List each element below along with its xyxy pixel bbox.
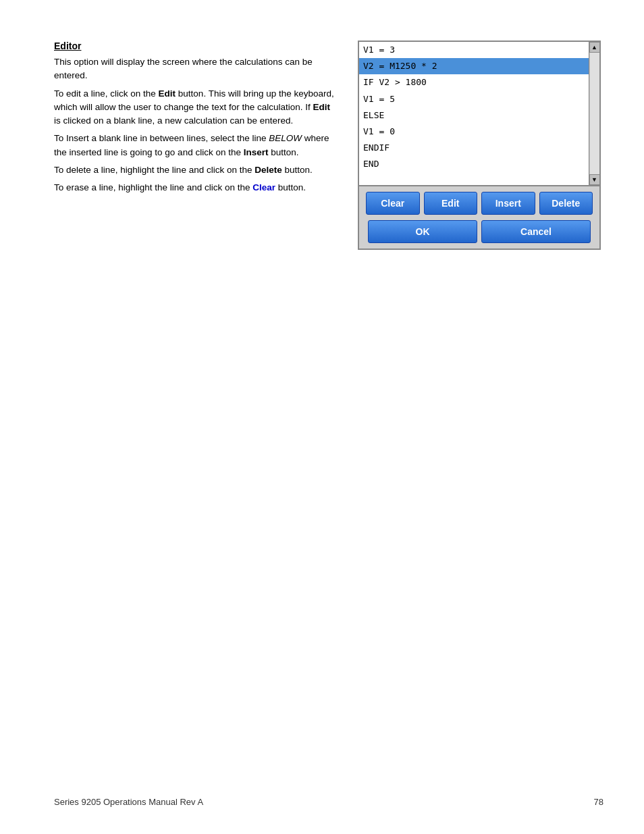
paragraph-5: To erase a line, highlight the line and … (54, 181, 338, 194)
list-item[interactable]: ELSE (359, 107, 599, 124)
scroll-up-btn[interactable]: ▲ (589, 42, 600, 53)
scroll-down-btn[interactable]: ▼ (589, 174, 600, 185)
list-item[interactable]: END (359, 156, 599, 172)
list-item[interactable]: ENDIF (359, 140, 599, 156)
text-column: Editor This option will display the scre… (54, 41, 338, 199)
paragraph-2: To edit a line, click on the Edit button… (54, 87, 338, 128)
buttons-row-2: OK Cancel (359, 217, 599, 249)
clear-button[interactable]: Clear (366, 192, 420, 215)
page-container: Editor This option will display the scre… (0, 0, 644, 834)
section-title: Editor (54, 41, 338, 51)
list-item[interactable]: IF V2 > 1800 (359, 74, 599, 90)
edit-button[interactable]: Edit (424, 192, 478, 215)
italic-below: BELOW (269, 133, 302, 143)
bold-edit-1: Edit (159, 88, 176, 99)
scrollbar[interactable]: ▲ ▼ (589, 42, 599, 185)
cancel-button[interactable]: Cancel (481, 220, 591, 243)
footer-right: 78 (594, 797, 603, 807)
list-item[interactable]: V1 = 3 (359, 42, 599, 58)
blue-clear: Clear (252, 182, 275, 192)
buttons-row-1: Clear Edit Insert Delete (359, 186, 599, 217)
insert-button[interactable]: Insert (481, 192, 535, 215)
spacer (359, 173, 599, 185)
list-item[interactable]: V1 = 5 (359, 91, 599, 107)
content-area: Editor This option will display the scre… (54, 41, 603, 250)
list-item[interactable]: V1 = 0 (359, 124, 599, 140)
ok-button[interactable]: OK (368, 220, 477, 243)
delete-button[interactable]: Delete (539, 192, 593, 215)
bold-edit-2: Edit (313, 102, 330, 112)
bold-delete: Delete (254, 165, 282, 175)
list-item[interactable]: V2 = M1250 * 2 (359, 58, 599, 74)
bold-insert: Insert (244, 147, 269, 157)
editor-list: V1 = 3 V2 = M1250 * 2 IF V2 > 1800 V1 = … (359, 42, 599, 186)
paragraph-3: To Insert a blank line in between lines,… (54, 132, 338, 159)
scroll-track (590, 53, 599, 174)
editor-list-wrap: V1 = 3 V2 = M1250 * 2 IF V2 > 1800 V1 = … (359, 42, 599, 185)
footer: Series 9205 Operations Manual Rev A 78 (54, 797, 603, 807)
footer-left: Series 9205 Operations Manual Rev A (54, 797, 203, 807)
paragraph-1: This option will display the screen wher… (54, 55, 338, 83)
paragraph-4: To delete a line, highlight the line and… (54, 163, 338, 177)
list-items-col: V1 = 3 V2 = M1250 * 2 IF V2 > 1800 V1 = … (359, 42, 599, 185)
editor-panel: V1 = 3 V2 = M1250 * 2 IF V2 > 1800 V1 = … (358, 41, 601, 250)
